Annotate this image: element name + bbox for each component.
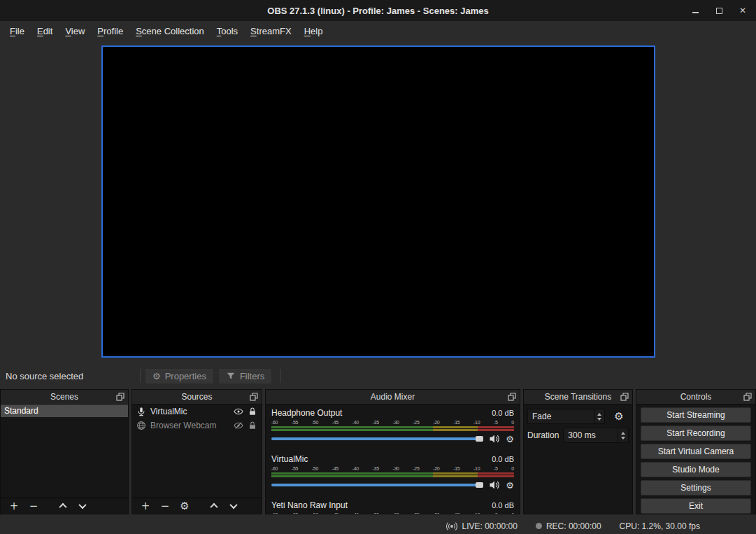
toolbar-separator (140, 369, 141, 383)
maximize-icon (716, 8, 722, 14)
eye-icon[interactable] (234, 407, 243, 416)
scenes-toolbar: + − (1, 498, 128, 514)
source-properties-button[interactable]: ⚙ (178, 499, 192, 513)
source-status-text: No source selected (6, 371, 136, 381)
scale-tick: -50 (312, 466, 318, 471)
menu-item[interactable]: Tools (211, 22, 244, 40)
channel-name: VirtualMic (271, 454, 308, 464)
add-source-button[interactable]: + (138, 499, 152, 513)
cpu-fps-text: CPU: 1.2%, 30.00 fps (620, 521, 700, 531)
performance-stats: CPU: 1.2%, 30.00 fps (620, 521, 700, 531)
slider-handle[interactable] (476, 436, 483, 442)
minimize-button[interactable] (690, 6, 700, 15)
scale-tick: -30 (392, 512, 399, 514)
scale-tick: -60 (271, 466, 278, 471)
toolbar-separator (280, 369, 281, 383)
dock-header: Sources (132, 390, 262, 405)
chevron-down-icon (229, 501, 237, 509)
scale-tick: -20 (433, 466, 439, 471)
exit-button[interactable]: Exit (641, 498, 751, 514)
menu-item[interactable]: Edit (31, 22, 59, 40)
source-label: Browser Webcam (150, 421, 229, 430)
menu-item[interactable]: Profile (91, 22, 129, 40)
live-indicator: LIVE: 00:00:00 (446, 521, 517, 532)
menu-item[interactable]: File (3, 22, 31, 40)
channel-name: Yeti Nano Raw Input (271, 500, 348, 510)
properties-button[interactable]: ⚙ Properties (145, 368, 214, 384)
volume-meter (271, 472, 514, 477)
preview-canvas[interactable] (101, 45, 655, 358)
filters-label: Filters (240, 371, 264, 381)
scale-tick: -35 (373, 512, 379, 514)
gear-icon: ⚙ (180, 501, 189, 512)
filter-icon (226, 371, 236, 381)
scale-tick: -55 (292, 512, 298, 514)
close-icon: ✕ (739, 6, 746, 15)
slider-handle[interactable] (476, 482, 483, 488)
lock-icon[interactable] (248, 421, 257, 430)
start-streaming-button[interactable]: Start Streaming (641, 407, 751, 423)
speaker-icon[interactable] (489, 433, 500, 444)
live-time-text: LIVE: 00:00:00 (462, 521, 517, 531)
eye-slash-icon[interactable] (234, 421, 243, 430)
dock-title: Audio Mixer (371, 392, 415, 402)
move-scene-down-button[interactable] (76, 499, 90, 513)
menu-item[interactable]: StreamFX (244, 22, 298, 40)
move-scene-up-button[interactable] (56, 499, 70, 513)
lock-icon[interactable] (248, 407, 257, 416)
dock-title: Sources (181, 392, 212, 402)
channel-volume: 0.0 dB (492, 409, 514, 417)
controls-dock: Controls Start Streaming Start Recording… (636, 389, 756, 514)
scale-tick: -5 (494, 420, 498, 425)
transition-settings-button[interactable]: ⚙ (612, 409, 626, 423)
sources-dock: Sources VirtualMic Browser Webcam (131, 389, 262, 514)
scale-tick: -45 (332, 420, 338, 425)
workspace (0, 41, 756, 366)
channel-volume: 0.0 dB (492, 455, 514, 463)
dock-header: Scene Transitions (524, 390, 632, 405)
scale-tick: -20 (433, 512, 439, 514)
move-source-up-button[interactable] (207, 499, 221, 513)
scale-tick: -25 (413, 420, 419, 425)
scale-tick: -10 (473, 420, 480, 425)
window-title: OBS 27.1.3 (linux) - Profile: James - Sc… (267, 6, 488, 16)
start-recording-button[interactable]: Start Recording (641, 426, 751, 441)
settings-button[interactable]: Settings (641, 480, 751, 496)
channel-volume: 0.0 dB (492, 501, 514, 510)
mixer-channel: VirtualMic 0.0 dB -60-55-50-45-40-35-30-… (271, 454, 514, 491)
record-dot-icon (536, 523, 542, 529)
maximize-button[interactable] (714, 6, 724, 15)
gear-icon[interactable]: ⚙ (506, 481, 514, 490)
remove-scene-button[interactable]: − (27, 499, 41, 513)
dock-title: Scenes (50, 392, 78, 402)
gear-icon[interactable]: ⚙ (506, 435, 514, 444)
transition-value: Fade (528, 412, 594, 421)
scale-tick: -40 (352, 512, 359, 514)
source-item[interactable]: Browser Webcam (132, 419, 262, 433)
scale-tick: -15 (453, 512, 459, 514)
minus-icon: − (161, 501, 170, 512)
menu-item[interactable]: View (59, 22, 91, 40)
filters-button[interactable]: Filters (218, 368, 272, 384)
spinner-arrows-icon[interactable] (618, 428, 628, 442)
volume-slider[interactable] (271, 437, 483, 440)
studio-mode-button[interactable]: Studio Mode (641, 462, 751, 477)
volume-slider[interactable] (271, 484, 483, 486)
scale-tick: -55 (292, 420, 298, 425)
menu-item[interactable]: Scene Collection (129, 22, 211, 40)
menu-item[interactable]: Help (298, 22, 329, 40)
scenes-dock: Scenes Standard + − (0, 389, 129, 514)
plus-icon: + (10, 501, 19, 512)
add-scene-button[interactable]: + (7, 499, 21, 513)
close-button[interactable]: ✕ (738, 6, 748, 15)
scale-tick: -30 (392, 420, 399, 425)
remove-source-button[interactable]: − (158, 499, 172, 513)
duration-spinbox[interactable]: 300 ms (563, 428, 629, 443)
speaker-icon[interactable] (489, 479, 500, 491)
source-item[interactable]: VirtualMic (132, 405, 262, 419)
scene-item[interactable]: Standard (1, 405, 128, 417)
start-virtual-camera-button[interactable]: Start Virtual Camera (641, 444, 751, 459)
transition-select[interactable]: Fade (527, 409, 605, 424)
move-source-down-button[interactable] (227, 499, 241, 513)
minimize-icon (692, 12, 699, 13)
